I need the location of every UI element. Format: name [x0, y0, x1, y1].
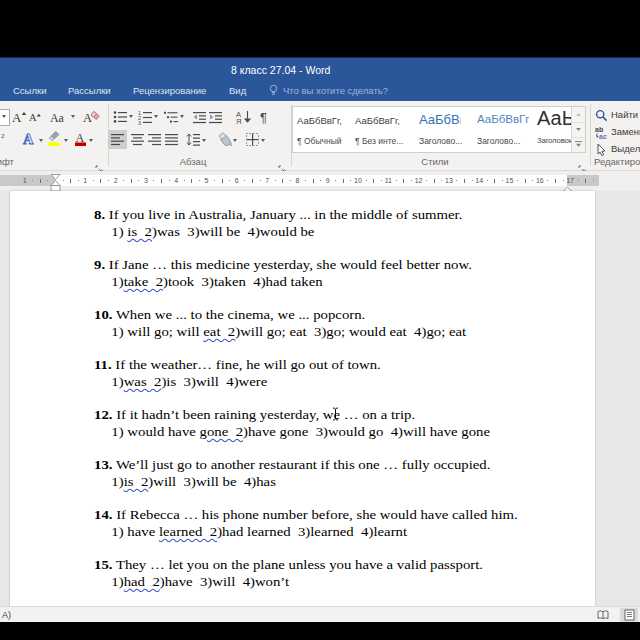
- svg-text:¶: ¶: [260, 110, 267, 125]
- question-sentence: If you live in Australia, January ... in…: [109, 207, 463, 222]
- replace-icon[interactable]: abac: [595, 125, 608, 138]
- select-label[interactable]: Выделить: [611, 143, 640, 154]
- page[interactable]: [10, 191, 595, 606]
- dropdown-arrow-icon[interactable]: [64, 139, 68, 142]
- multilevel-list-button[interactable]: [163, 109, 180, 125]
- increase-indent-button[interactable]: [208, 109, 223, 125]
- ruler-dot: [472, 180, 473, 181]
- sort-button[interactable]: АЯ: [236, 109, 252, 125]
- question-text: 8. If you live in Australia, January ...…: [94, 207, 462, 224]
- language-indicator[interactable]: А): [2, 610, 11, 620]
- ruler-tick: [313, 179, 314, 183]
- dropdown-arrow-icon[interactable]: [2, 115, 6, 118]
- options-pre: 1): [111, 474, 123, 489]
- ruler-tick: [555, 179, 556, 183]
- align-center-button[interactable]: [130, 132, 145, 147]
- options-grammar-marked: learned 2: [159, 524, 217, 539]
- grow-font-button[interactable]: А: [11, 109, 27, 125]
- dropdown-arrow-icon[interactable]: [89, 139, 93, 142]
- select-icon[interactable]: [595, 142, 607, 155]
- tab-3[interactable]: Рецензирование: [133, 85, 206, 97]
- shrink-font-button[interactable]: А: [28, 109, 44, 125]
- line-spacing-button[interactable]: [185, 131, 201, 147]
- question-sentence: If the weather… fine, he will go out of …: [115, 357, 380, 372]
- ruler-dot: [593, 180, 594, 181]
- align-right-button[interactable]: [147, 132, 162, 147]
- clear-formatting-button[interactable]: А: [83, 109, 100, 125]
- find-label[interactable]: Найти: [611, 109, 638, 120]
- justify-button[interactable]: [164, 132, 179, 147]
- ruler-number: 2: [111, 177, 121, 185]
- dropdown-arrow-icon[interactable]: [154, 115, 158, 118]
- dropdown-arrow-icon[interactable]: [202, 139, 206, 142]
- question-sentence: If Jane … this medicine yesterday, she w…: [109, 257, 472, 272]
- numbering-button[interactable]: 123: [137, 109, 154, 125]
- question-sentence: If Rebecca … his phone number before, sh…: [116, 507, 518, 522]
- options-post: )had learned 3)learned 4)learnt: [217, 524, 407, 539]
- print-layout-button[interactable]: [620, 608, 638, 622]
- title-bar: 8 класс 27.04 - Word: [0, 57, 640, 80]
- bullets-button[interactable]: [112, 109, 129, 125]
- svg-text:А: А: [29, 112, 37, 123]
- styles-scroll-down-icon[interactable]: [572, 122, 585, 138]
- indent-markers[interactable]: [50, 174, 61, 192]
- tab-2[interactable]: Рассылки: [68, 85, 111, 97]
- styles-more-icon[interactable]: [572, 137, 585, 152]
- style-item-4[interactable]: АаБбВвГг,Заголово...: [477, 107, 535, 152]
- svg-text:2: 2: [1, 132, 5, 140]
- right-indent-marker[interactable]: [562, 180, 573, 187]
- svg-text:А: А: [23, 131, 34, 147]
- style-item-2[interactable]: АаБбВвГг,¶ Без инте...: [355, 107, 417, 152]
- change-case-button[interactable]: Аа: [50, 109, 70, 125]
- tab-4[interactable]: Вид: [229, 85, 246, 97]
- style-item-5[interactable]: АаЬЗаголовок: [537, 107, 573, 152]
- question-options: 1)was 2)is 3)will 4)were: [111, 374, 380, 391]
- question-number: 8.: [94, 207, 105, 222]
- ruler-dot: [320, 180, 321, 181]
- dropdown-arrow-icon[interactable]: [39, 139, 43, 142]
- read-mode-button[interactable]: [594, 608, 612, 622]
- question-text: 11. If the weather… fine, he will go out…: [94, 357, 381, 374]
- show-marks-button[interactable]: ¶: [259, 109, 273, 125]
- dialog-launcher-icon[interactable]: [578, 159, 586, 167]
- borders-button[interactable]: [245, 132, 260, 147]
- ruler-tape[interactable]: 11234567891011121314151617: [0, 175, 599, 186]
- ruler-dot: [335, 180, 336, 181]
- dialog-launcher-icon[interactable]: [95, 159, 103, 167]
- style-item-3[interactable]: АаБбВвГг,Заголово...: [419, 107, 475, 152]
- options-pre: 1) would have: [111, 424, 199, 439]
- ruler-dot: [305, 180, 306, 181]
- options-grammar-marked: was 2: [124, 374, 162, 389]
- styles-scroll-up-icon[interactable]: [572, 107, 585, 123]
- font-color-button[interactable]: А: [74, 130, 88, 148]
- styles-scrollbar[interactable]: [571, 107, 585, 152]
- dropdown-arrow-icon[interactable]: [71, 115, 75, 118]
- decrease-indent-button[interactable]: [192, 109, 207, 125]
- question-text: 13. We’ll just go to another restaurant …: [94, 457, 490, 474]
- dropdown-arrow-icon[interactable]: [180, 115, 184, 118]
- find-icon[interactable]: [595, 108, 608, 121]
- dropdown-arrow-icon[interactable]: [129, 115, 133, 118]
- ruler-tick: [464, 179, 465, 183]
- text-highlight-button[interactable]: [47, 130, 62, 148]
- tab-1[interactable]: Ссылки: [13, 85, 46, 97]
- superscript-button[interactable]: х2: [0, 131, 7, 145]
- options-pre: 1): [111, 374, 123, 389]
- question-sentence: We’ll just go to another restaurant if t…: [116, 457, 491, 472]
- align-left-button[interactable]: [110, 132, 125, 147]
- font-group-label: Шрифт: [0, 157, 19, 167]
- ruler-dot: [517, 180, 518, 181]
- replace-label[interactable]: Заменить: [611, 126, 640, 137]
- shading-button[interactable]: [216, 131, 233, 148]
- style-item-1[interactable]: АаБбВвГг,¶ Обычный: [297, 107, 353, 152]
- ruler-dot: [366, 180, 367, 181]
- question-number: 12.: [94, 407, 112, 422]
- text-effects-button[interactable]: А: [22, 130, 37, 147]
- dialog-launcher-icon[interactable]: [278, 159, 286, 167]
- question-number: 14.: [94, 507, 112, 522]
- dropdown-arrow-icon[interactable]: [261, 139, 265, 142]
- options-grammar-marked: is 2: [127, 224, 152, 239]
- tell-me-box[interactable]: Что вы хотите сделать?: [268, 84, 388, 97]
- question-8: 8. If you live in Australia, January ...…: [94, 207, 462, 240]
- dropdown-arrow-icon[interactable]: [233, 139, 237, 142]
